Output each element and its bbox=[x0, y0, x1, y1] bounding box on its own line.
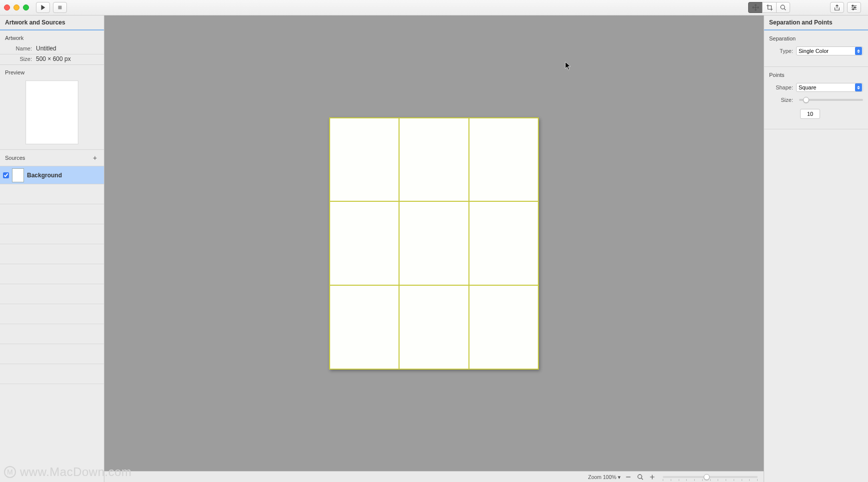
source-visibility-checkbox[interactable] bbox=[3, 172, 9, 178]
source-thumbnail bbox=[12, 168, 24, 182]
view-mode-group bbox=[748, 2, 790, 13]
artwork-size-row: Size: 500 × 600 px bbox=[0, 54, 104, 64]
zoom-label[interactable]: Zoom 100% ▾ bbox=[588, 474, 621, 480]
add-source-button[interactable]: + bbox=[91, 154, 99, 162]
svg-point-3 bbox=[854, 7, 856, 8]
artwork-name-label: Name: bbox=[5, 45, 32, 51]
artwork-name-row: Name: Untitled bbox=[0, 44, 104, 54]
preview-section-header: Preview bbox=[0, 65, 104, 78]
window-toolbar bbox=[0, 0, 868, 15]
canvas-stage[interactable] bbox=[104, 15, 764, 471]
artwork-size-label: Size: bbox=[5, 56, 32, 62]
source-list-empty-area bbox=[0, 184, 104, 482]
zoom-reset-button[interactable] bbox=[636, 473, 645, 482]
svg-point-1 bbox=[781, 5, 785, 9]
size-slider-thumb[interactable] bbox=[803, 97, 809, 103]
share-icon bbox=[834, 4, 841, 11]
crop-tool-button[interactable] bbox=[762, 2, 776, 13]
cursor-arrow-icon bbox=[565, 61, 572, 70]
share-button[interactable] bbox=[830, 2, 844, 13]
shape-label: Shape: bbox=[769, 84, 793, 90]
source-row-background[interactable]: Background bbox=[0, 166, 104, 184]
move-icon bbox=[752, 4, 759, 11]
crop-icon bbox=[766, 4, 773, 11]
artboard[interactable] bbox=[329, 117, 539, 370]
artwork-size-value: 500 × 600 px bbox=[36, 55, 71, 62]
type-label: Type: bbox=[769, 48, 793, 54]
type-select-value: Single Color bbox=[799, 48, 829, 54]
search-icon bbox=[780, 4, 787, 11]
select-arrows-icon bbox=[855, 47, 862, 55]
source-name: Background bbox=[27, 172, 62, 179]
plus-icon bbox=[649, 474, 656, 481]
shape-select[interactable]: Square bbox=[796, 83, 863, 92]
traffic-lights bbox=[4, 4, 29, 10]
right-panel-title: Separation and Points bbox=[764, 15, 868, 30]
sources-section-label: Sources bbox=[5, 155, 25, 161]
svg-point-4 bbox=[853, 8, 854, 10]
zoom-slider[interactable] bbox=[663, 476, 758, 478]
artwork-name-value[interactable]: Untitled bbox=[36, 45, 56, 52]
settings-button[interactable] bbox=[847, 2, 861, 13]
size-input[interactable] bbox=[800, 109, 820, 119]
window-minimize-button[interactable] bbox=[13, 4, 19, 10]
play-button[interactable] bbox=[36, 2, 50, 13]
size-value-row bbox=[764, 106, 868, 122]
separation-section-header: Separation bbox=[764, 30, 868, 44]
preview-thumbnail[interactable] bbox=[25, 80, 78, 144]
points-section-header: Points bbox=[764, 67, 868, 81]
window-close-button[interactable] bbox=[4, 4, 10, 10]
search-tool-button[interactable] bbox=[776, 2, 790, 13]
canvas-area[interactable]: Zoom 100% ▾ bbox=[104, 15, 764, 482]
shape-row: Shape: Square bbox=[764, 81, 868, 94]
play-icon bbox=[39, 4, 46, 11]
stop-icon bbox=[56, 4, 63, 11]
zoom-bar: Zoom 100% ▾ bbox=[104, 471, 764, 482]
search-icon bbox=[637, 474, 644, 481]
sources-header: Sources + bbox=[0, 149, 104, 166]
left-sidebar: Artwork and Sources Artwork Name: Untitl… bbox=[0, 15, 104, 482]
size-label: Size: bbox=[769, 97, 793, 103]
size-slider-row: Size: bbox=[764, 94, 868, 106]
zoom-out-button[interactable] bbox=[624, 473, 633, 482]
window-maximize-button[interactable] bbox=[23, 4, 29, 10]
sliders-icon bbox=[851, 4, 858, 11]
svg-point-5 bbox=[638, 475, 642, 479]
svg-point-2 bbox=[852, 5, 854, 6]
select-arrows-icon bbox=[855, 83, 862, 91]
minus-icon bbox=[625, 474, 632, 481]
type-row: Type: Single Color bbox=[764, 44, 868, 57]
artwork-section-header: Artwork bbox=[0, 30, 104, 44]
stop-button[interactable] bbox=[53, 2, 67, 13]
type-select[interactable]: Single Color bbox=[796, 46, 863, 55]
right-sidebar: Separation and Points Separation Type: S… bbox=[764, 15, 868, 482]
size-slider[interactable] bbox=[799, 99, 863, 101]
move-tool-button[interactable] bbox=[748, 2, 762, 13]
shape-select-value: Square bbox=[799, 84, 816, 90]
svg-rect-0 bbox=[58, 6, 62, 9]
left-panel-title: Artwork and Sources bbox=[0, 15, 104, 30]
zoom-in-button[interactable] bbox=[648, 473, 657, 482]
zoom-slider-thumb[interactable] bbox=[704, 474, 710, 480]
